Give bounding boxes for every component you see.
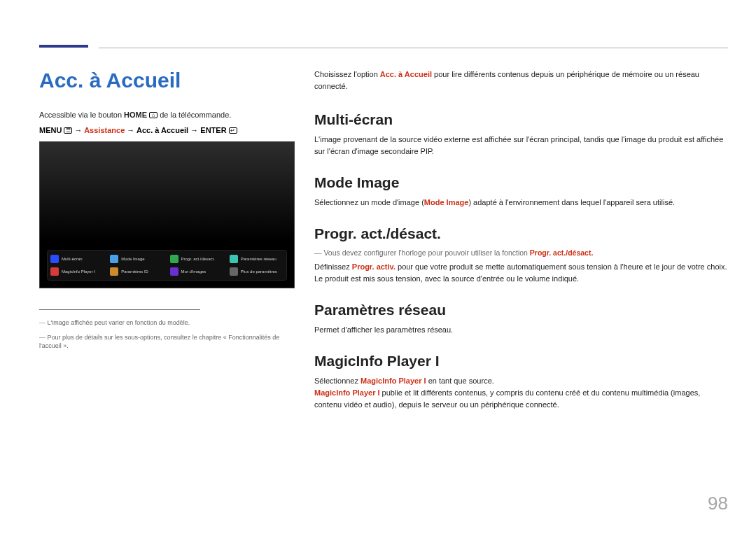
network-icon xyxy=(230,255,238,263)
heading-reseau: Paramètres réseau xyxy=(314,302,728,318)
menu-item-label: Paramètres ID xyxy=(121,269,148,274)
menu-item-label: Plus de paramètres xyxy=(241,269,277,274)
menu-icon: ☰ xyxy=(64,127,72,134)
left-divider xyxy=(39,309,200,310)
mode-image-accent: Mode Image xyxy=(424,198,469,206)
menu-item-more-settings[interactable]: Plus de paramètres xyxy=(227,265,286,278)
header-long-rule xyxy=(99,48,728,48)
magic-l2-accent: MagicInfo Player I xyxy=(314,388,380,397)
menu-item-label: Paramètres réseau xyxy=(241,257,276,261)
right-column: Choisissez l'option Acc. à Accueil pour … xyxy=(314,69,728,428)
progr-l1-post: pour que votre produit se mette automati… xyxy=(396,262,727,271)
progr-l1-accent: Progr. activ. xyxy=(352,262,396,271)
progr-tip-pre: Vous devez configurer l'horloge pour pou… xyxy=(323,248,529,257)
accessible-note: Accessible via le bouton HOME ⌂ de la té… xyxy=(39,111,295,119)
arrow1: → xyxy=(75,126,85,134)
path-acc: Acc. à Accueil xyxy=(136,126,188,134)
magic-l1-post: en tant que source. xyxy=(426,377,494,385)
id-settings-icon xyxy=(110,267,118,276)
menu-item-network[interactable]: Paramètres réseau xyxy=(227,253,286,265)
footnote-1-text: L'image affichée peut varier en fonction… xyxy=(48,319,190,326)
menu-item-id-settings[interactable]: Paramètres ID xyxy=(107,265,167,278)
arrow2: → xyxy=(127,126,136,134)
accessible-post: de la télécommande. xyxy=(158,111,231,119)
mode-image-pre: Sélectionnez un mode d'image ( xyxy=(314,198,424,206)
home-menu-row-1: Multi-écran Mode Image Progr. act./désac… xyxy=(48,253,286,265)
progr-l1-pre: Définissez xyxy=(314,262,352,271)
body-mode-image: Sélectionnez un mode d'image (Mode Image… xyxy=(314,197,728,209)
magicinfo-icon xyxy=(50,267,59,276)
menu-item-label: MagicInfo Player I xyxy=(62,269,95,274)
section-reseau: Paramètres réseau Permet d'afficher les … xyxy=(314,302,728,336)
magic-l1-pre: Sélectionnez xyxy=(314,377,360,385)
video-wall-icon xyxy=(170,267,178,276)
section-mode-image: Mode Image Sélectionnez un mode d'image … xyxy=(314,174,728,209)
more-settings-icon xyxy=(230,267,238,276)
heading-multi-ecran: Multi-écran xyxy=(314,111,728,128)
progr-tip-accent: Progr. act./désact. xyxy=(530,248,593,257)
home-menu-row-2: MagicInfo Player I Paramètres ID Mur d'i… xyxy=(48,265,286,278)
intro-accent: Acc. à Accueil xyxy=(380,70,432,78)
home-label: HOME xyxy=(124,111,147,119)
heading-progr: Progr. act./désact. xyxy=(314,225,728,242)
arrow3: → xyxy=(190,126,200,134)
menu-item-magicinfo[interactable]: MagicInfo Player I xyxy=(48,265,107,278)
path-assistance: Assistance xyxy=(84,126,125,134)
header-short-rule xyxy=(39,45,88,48)
multi-ecran-icon xyxy=(50,255,59,263)
home-menu-bar: Multi-écran Mode Image Progr. act./désac… xyxy=(47,250,287,281)
intro-pre: Choisissez l'option xyxy=(314,70,380,78)
heading-mode-image: Mode Image xyxy=(314,174,728,191)
menu-item-label: Mode Image xyxy=(121,257,144,261)
left-column: Acc. à Accueil Accessible via le bouton … xyxy=(39,69,295,428)
progr-line2: Le produit est mis sous tension, avec la… xyxy=(314,273,728,285)
mode-image-post: ) adapté à l'environnement dans lequel l… xyxy=(468,198,675,206)
heading-magicinfo: MagicInfo Player I xyxy=(314,353,728,370)
menu-item-progr[interactable]: Progr. act./désact. xyxy=(167,253,227,265)
footnote-1: L'image affichée peut varier en fonction… xyxy=(39,318,295,328)
magic-line2: MagicInfo Player I publie et lit différe… xyxy=(314,387,728,411)
progr-line1: Définissez Progr. activ. pour que votre … xyxy=(314,261,728,273)
home-icon: ⌂ xyxy=(149,112,158,118)
tv-screenshot: Multi-écran Mode Image Progr. act./désac… xyxy=(39,141,295,288)
menu-item-label: Mur d'images xyxy=(181,269,206,274)
page-number: 98 xyxy=(708,493,728,514)
accessible-pre: Accessible via le bouton xyxy=(39,111,124,119)
menu-item-label: Progr. act./désact. xyxy=(181,257,215,261)
menu-item-label: Multi-écran xyxy=(62,257,83,261)
menu-label: MENU xyxy=(39,126,64,134)
page-title: Acc. à Accueil xyxy=(39,69,295,92)
mode-image-icon xyxy=(110,255,118,263)
progr-icon xyxy=(170,255,178,263)
body-reseau: Permet d'afficher les paramètres réseau. xyxy=(314,324,728,336)
menu-path: MENU ☰ → Assistance → Acc. à Accueil → E… xyxy=(39,126,295,134)
footnote-2: Pour plus de détails sur les sous-option… xyxy=(39,333,295,351)
section-magicinfo: MagicInfo Player I Sélectionnez MagicInf… xyxy=(314,353,728,411)
section-progr: Progr. act./désact. Vous devez configure… xyxy=(314,225,728,285)
enter-icon: ↵ xyxy=(229,127,237,134)
enter-label: ENTER xyxy=(200,126,228,134)
body-multi-ecran: L'image provenant de la source vidéo ext… xyxy=(314,134,728,157)
menu-item-mode-image[interactable]: Mode Image xyxy=(107,253,167,265)
intro-paragraph: Choisissez l'option Acc. à Accueil pour … xyxy=(314,69,728,92)
section-multi-ecran: Multi-écran L'image provenant de la sour… xyxy=(314,111,728,157)
magic-l1-accent: MagicInfo Player I xyxy=(360,377,426,385)
menu-item-video-wall[interactable]: Mur d'images xyxy=(167,265,227,278)
footnote-2-text: Pour plus de détails sur les sous-option… xyxy=(39,334,279,350)
magic-line1: Sélectionnez MagicInfo Player I en tant … xyxy=(314,375,728,387)
menu-item-multi-ecran[interactable]: Multi-écran xyxy=(48,253,107,265)
page-content: Acc. à Accueil Accessible via le bouton … xyxy=(39,69,728,428)
progr-tip: Vous devez configurer l'horloge pour pou… xyxy=(314,248,728,259)
